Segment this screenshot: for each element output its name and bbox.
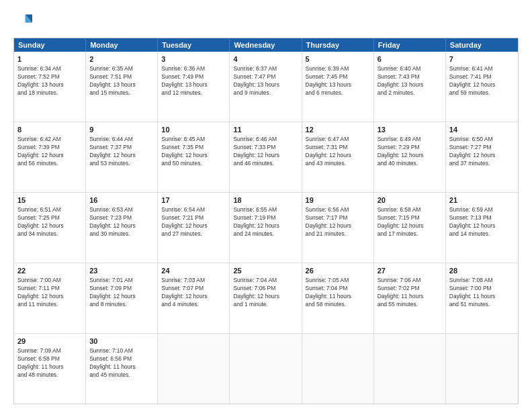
day-info: Sunrise: 6:39 AM Sunset: 7:45 PM Dayligh…: [306, 65, 370, 97]
day-info: Sunrise: 6:41 AM Sunset: 7:41 PM Dayligh…: [449, 65, 515, 97]
day-info: Sunrise: 6:50 AM Sunset: 7:27 PM Dayligh…: [449, 136, 515, 168]
day-number: 16: [89, 195, 154, 205]
calendar-row-2: 8Sunrise: 6:42 AM Sunset: 7:39 PM Daylig…: [14, 122, 518, 193]
day-info: Sunrise: 6:36 AM Sunset: 7:49 PM Dayligh…: [161, 65, 226, 97]
day-number: 2: [89, 54, 154, 64]
calendar-day-18: 18Sunrise: 6:55 AM Sunset: 7:19 PM Dayli…: [230, 193, 302, 263]
day-number: 26: [306, 266, 370, 276]
day-info: Sunrise: 7:04 AM Sunset: 7:06 PM Dayligh…: [233, 277, 298, 309]
day-number: 29: [17, 336, 82, 347]
day-number: 3: [161, 54, 226, 64]
day-info: Sunrise: 7:09 AM Sunset: 6:58 PM Dayligh…: [17, 347, 82, 379]
calendar-day-1: 1Sunrise: 6:34 AM Sunset: 7:52 PM Daylig…: [14, 52, 86, 122]
day-info: Sunrise: 6:58 AM Sunset: 7:15 PM Dayligh…: [378, 206, 442, 238]
day-number: 25: [233, 266, 298, 276]
day-info: Sunrise: 7:01 AM Sunset: 7:09 PM Dayligh…: [89, 277, 154, 309]
day-info: Sunrise: 6:47 AM Sunset: 7:31 PM Dayligh…: [306, 136, 370, 168]
logo: [13, 12, 35, 31]
calendar-day-5: 5Sunrise: 6:39 AM Sunset: 7:45 PM Daylig…: [302, 52, 374, 122]
calendar-cell-empty: [374, 334, 446, 404]
day-info: Sunrise: 6:51 AM Sunset: 7:25 PM Dayligh…: [17, 206, 82, 238]
calendar-day-8: 8Sunrise: 6:42 AM Sunset: 7:39 PM Daylig…: [14, 122, 86, 192]
day-info: Sunrise: 7:05 AM Sunset: 7:04 PM Dayligh…: [306, 277, 370, 309]
day-number: 10: [161, 125, 226, 135]
day-number: 22: [17, 266, 82, 276]
day-info: Sunrise: 6:56 AM Sunset: 7:17 PM Dayligh…: [306, 206, 370, 238]
calendar-day-6: 6Sunrise: 6:40 AM Sunset: 7:43 PM Daylig…: [374, 52, 446, 122]
day-info: Sunrise: 6:44 AM Sunset: 7:37 PM Dayligh…: [89, 136, 154, 168]
day-number: 23: [89, 266, 154, 276]
day-number: 14: [449, 125, 515, 135]
calendar-day-12: 12Sunrise: 6:47 AM Sunset: 7:31 PM Dayli…: [302, 122, 374, 192]
day-number: 15: [17, 195, 82, 205]
calendar-day-17: 17Sunrise: 6:54 AM Sunset: 7:21 PM Dayli…: [158, 193, 230, 263]
calendar-day-14: 14Sunrise: 6:50 AM Sunset: 7:27 PM Dayli…: [446, 122, 518, 192]
weekday-header-thursday: Thursday: [302, 38, 374, 52]
weekday-header-friday: Friday: [374, 38, 446, 52]
calendar-day-7: 7Sunrise: 6:41 AM Sunset: 7:41 PM Daylig…: [446, 52, 518, 122]
logo-icon: [13, 12, 32, 31]
calendar-day-25: 25Sunrise: 7:04 AM Sunset: 7:06 PM Dayli…: [230, 263, 302, 333]
calendar-body: 1Sunrise: 6:34 AM Sunset: 7:52 PM Daylig…: [14, 52, 518, 404]
day-info: Sunrise: 6:35 AM Sunset: 7:51 PM Dayligh…: [89, 65, 154, 97]
calendar-day-30: 30Sunrise: 7:10 AM Sunset: 6:56 PM Dayli…: [86, 334, 158, 404]
calendar-day-21: 21Sunrise: 6:59 AM Sunset: 7:13 PM Dayli…: [446, 193, 518, 263]
day-info: Sunrise: 6:54 AM Sunset: 7:21 PM Dayligh…: [161, 206, 226, 238]
day-info: Sunrise: 7:08 AM Sunset: 7:00 PM Dayligh…: [449, 277, 515, 309]
day-number: 28: [449, 266, 515, 276]
calendar-day-16: 16Sunrise: 6:53 AM Sunset: 7:23 PM Dayli…: [86, 193, 158, 263]
day-number: 19: [306, 195, 370, 205]
calendar-row-5: 29Sunrise: 7:09 AM Sunset: 6:58 PM Dayli…: [14, 334, 518, 404]
day-number: 20: [378, 195, 442, 205]
calendar-day-26: 26Sunrise: 7:05 AM Sunset: 7:04 PM Dayli…: [302, 263, 374, 333]
calendar-day-24: 24Sunrise: 7:03 AM Sunset: 7:07 PM Dayli…: [158, 263, 230, 333]
calendar-header-row: SundayMondayTuesdayWednesdayThursdayFrid…: [14, 38, 518, 52]
day-info: Sunrise: 7:10 AM Sunset: 6:56 PM Dayligh…: [89, 347, 154, 379]
day-info: Sunrise: 6:40 AM Sunset: 7:43 PM Dayligh…: [378, 65, 442, 97]
calendar-row-4: 22Sunrise: 7:00 AM Sunset: 7:11 PM Dayli…: [14, 263, 518, 334]
day-number: 27: [378, 266, 442, 276]
calendar-day-4: 4Sunrise: 6:37 AM Sunset: 7:47 PM Daylig…: [230, 52, 302, 122]
calendar-cell-empty: [158, 334, 230, 404]
day-number: 30: [89, 336, 154, 347]
calendar-cell-empty: [302, 334, 374, 404]
calendar-cell-empty: [446, 334, 518, 404]
day-number: 12: [306, 125, 370, 135]
weekday-header-saturday: Saturday: [446, 38, 518, 52]
day-number: 11: [233, 125, 298, 135]
weekday-header-sunday: Sunday: [14, 38, 86, 52]
day-number: 17: [161, 195, 226, 205]
calendar-day-11: 11Sunrise: 6:46 AM Sunset: 7:33 PM Dayli…: [230, 122, 302, 192]
day-info: Sunrise: 7:06 AM Sunset: 7:02 PM Dayligh…: [378, 277, 442, 309]
day-info: Sunrise: 6:42 AM Sunset: 7:39 PM Dayligh…: [17, 136, 82, 168]
calendar-day-19: 19Sunrise: 6:56 AM Sunset: 7:17 PM Dayli…: [302, 193, 374, 263]
day-number: 7: [449, 54, 515, 64]
day-info: Sunrise: 6:53 AM Sunset: 7:23 PM Dayligh…: [89, 206, 154, 238]
day-info: Sunrise: 6:49 AM Sunset: 7:29 PM Dayligh…: [378, 136, 442, 168]
day-number: 5: [306, 54, 370, 64]
day-info: Sunrise: 6:37 AM Sunset: 7:47 PM Dayligh…: [233, 65, 298, 97]
day-number: 13: [378, 125, 442, 135]
day-number: 8: [17, 125, 82, 135]
weekday-header-wednesday: Wednesday: [230, 38, 302, 52]
calendar-day-22: 22Sunrise: 7:00 AM Sunset: 7:11 PM Dayli…: [14, 263, 86, 333]
calendar-day-20: 20Sunrise: 6:58 AM Sunset: 7:15 PM Dayli…: [374, 193, 446, 263]
day-info: Sunrise: 7:00 AM Sunset: 7:11 PM Dayligh…: [17, 277, 82, 309]
calendar-day-3: 3Sunrise: 6:36 AM Sunset: 7:49 PM Daylig…: [158, 52, 230, 122]
day-number: 4: [233, 54, 298, 64]
page: SundayMondayTuesdayWednesdayThursdayFrid…: [0, 0, 532, 411]
calendar-day-2: 2Sunrise: 6:35 AM Sunset: 7:51 PM Daylig…: [86, 52, 158, 122]
calendar-day-13: 13Sunrise: 6:49 AM Sunset: 7:29 PM Dayli…: [374, 122, 446, 192]
calendar-day-23: 23Sunrise: 7:01 AM Sunset: 7:09 PM Dayli…: [86, 263, 158, 333]
day-number: 1: [17, 54, 82, 64]
weekday-header-monday: Monday: [86, 38, 158, 52]
calendar-day-9: 9Sunrise: 6:44 AM Sunset: 7:37 PM Daylig…: [86, 122, 158, 192]
day-number: 18: [233, 195, 298, 205]
day-number: 9: [89, 125, 154, 135]
day-info: Sunrise: 6:46 AM Sunset: 7:33 PM Dayligh…: [233, 136, 298, 168]
calendar-day-10: 10Sunrise: 6:45 AM Sunset: 7:35 PM Dayli…: [158, 122, 230, 192]
calendar-day-27: 27Sunrise: 7:06 AM Sunset: 7:02 PM Dayli…: [374, 263, 446, 333]
day-info: Sunrise: 6:55 AM Sunset: 7:19 PM Dayligh…: [233, 206, 298, 238]
calendar-day-29: 29Sunrise: 7:09 AM Sunset: 6:58 PM Dayli…: [14, 334, 86, 404]
day-number: 6: [378, 54, 442, 64]
